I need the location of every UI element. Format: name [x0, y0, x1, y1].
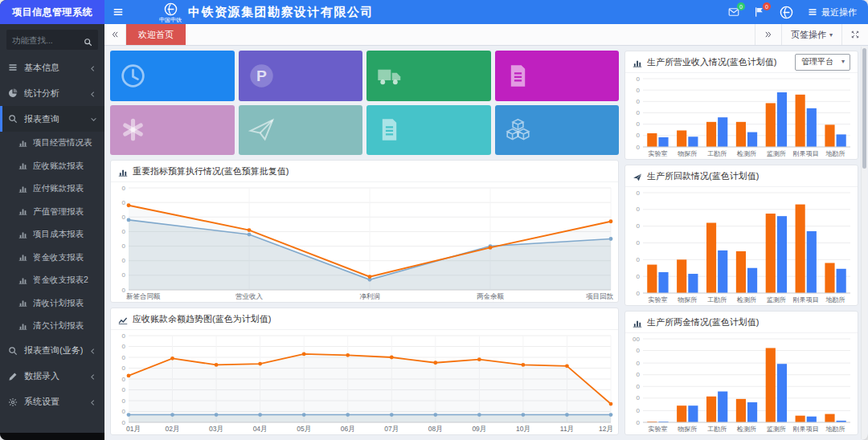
kpi-tile[interactable]: 本年度产值: [495, 51, 620, 101]
scroll-tabs-right-button[interactable]: [755, 24, 781, 45]
svg-text:检测所: 检测所: [736, 426, 756, 433]
repayment-by-unit-chart: 0000000实验室物探所工勘所检测所监测所刚果项目地勘所: [625, 187, 858, 305]
two-funds-by-unit-chart: 000000000实验室物探所工勘所检测所监测所刚果项目地勘所: [625, 333, 858, 434]
kpi-tile[interactable]: 数据截止时间(单位：万元): [110, 51, 235, 101]
sidebar-menu: 基本信息统计分析报表查询项目经营情况表应收账款报表应付账款报表产值管理报表项目成…: [0, 55, 104, 433]
search-icon: [8, 114, 18, 124]
kpi-tile[interactable]: P在建项目:已完工项目: [239, 51, 363, 101]
bar-chart-icon: [18, 299, 27, 308]
sidebar-subitem-label: 项目经营情况表: [33, 137, 92, 149]
sidebar-subitem[interactable]: 应付账款报表: [0, 177, 104, 201]
sidebar-item[interactable]: 统计分析: [0, 80, 104, 106]
svg-text:0: 0: [637, 290, 641, 297]
panel-title: 生产所回款情况(蓝色计划值): [647, 170, 759, 182]
emblem-button[interactable]: [780, 6, 793, 19]
sidebar-subitem-label: 应收账款报表: [33, 161, 84, 172]
sidebar-item-label: 统计分析: [24, 88, 59, 100]
hamburger-menu-icon[interactable]: [113, 6, 124, 18]
svg-text:P: P: [256, 67, 267, 84]
unit-select-dropdown[interactable]: 管理平台 ▾: [795, 54, 850, 71]
revenue-by-unit-chart: 0000000实验室物探所工勘所检测所监测所刚果项目地勘所: [625, 73, 858, 159]
svg-text:地勘所: 地勘所: [825, 426, 845, 433]
kpi-tile[interactable]: 本年净利润: [239, 105, 363, 156]
sidebar-item[interactable]: 数据录入: [0, 364, 104, 389]
svg-text:检测所: 检测所: [736, 150, 756, 157]
sidebar-subitem-label: 产值管理报表: [33, 206, 84, 218]
sidebar-subitem[interactable]: 资金收支报表2: [0, 269, 104, 292]
svg-text:实验室: 实验室: [648, 426, 667, 433]
kpi-tile-label: 本年净利润: [282, 124, 325, 135]
recent-operations-button[interactable]: 最近操作: [808, 6, 857, 18]
svg-text:0: 0: [122, 386, 126, 393]
svg-text:0: 0: [122, 343, 126, 350]
sidebar-subitem[interactable]: 应收账款报表: [0, 155, 104, 178]
bar-chart-icon: [18, 161, 27, 170]
search-input[interactable]: [12, 35, 84, 45]
chevron-left-icon: [89, 347, 96, 354]
kpi-tile-label: 数据截止时间(单位：万元): [154, 65, 228, 86]
svg-text:0: 0: [122, 397, 126, 405]
tab-home[interactable]: 欢迎首页: [126, 24, 186, 45]
bar-chart-icon: [18, 253, 27, 262]
sidebar-subitem[interactable]: 项目成本报表: [0, 223, 104, 246]
sidebar-item-label: 系统设置: [24, 396, 59, 408]
dashboard-content: 数据截止时间(单位：万元)P在建项目:已完工项目本年度新签合同额本年度产值本年度…: [104, 46, 868, 440]
sidebar-item-label: 报表查询(业务): [24, 344, 83, 356]
caret-down-icon: ▾: [841, 58, 845, 65]
sidebar-subitem[interactable]: 项目经营情况表: [0, 132, 104, 155]
sidebar-subitem[interactable]: 清收计划报表: [0, 292, 104, 316]
unit-select-value: 管理平台: [801, 56, 833, 67]
scroll-tabs-left-button[interactable]: [104, 24, 126, 45]
kpi-tile-label: 两金余额 (应收账款和存货): [410, 120, 485, 141]
line-chart-icon: [118, 314, 128, 324]
bar-chart-icon: [18, 207, 27, 216]
svg-text:02月: 02月: [166, 425, 180, 433]
mail-button[interactable]: 0: [728, 6, 739, 18]
svg-text:营业收入: 营业收入: [235, 292, 264, 300]
svg-text:0: 0: [122, 228, 126, 235]
svg-text:0: 0: [122, 257, 126, 264]
search-icon: [8, 346, 18, 356]
tab-operations-dropdown[interactable]: 页签操作 ▾: [781, 24, 841, 45]
sidebar-item[interactable]: 系统设置: [0, 389, 104, 415]
svg-text:0: 0: [637, 360, 641, 367]
kpi-tile-label: 本年度新签合同额: [410, 71, 477, 81]
panel-budget-execution: 重要指标预算执行情况(蓝色预算批复值) 00000000新签合同额营业收入净利润…: [110, 160, 619, 303]
kpi-tile[interactable]: 本年度营业收入: [110, 105, 235, 156]
svg-text:0: 0: [637, 256, 641, 263]
sidebar-subitem[interactable]: 资金收支报表: [0, 246, 104, 270]
svg-text:监测所: 监测所: [767, 426, 786, 433]
kpi-tile[interactable]: 本年度新签合同额: [366, 51, 491, 101]
flag-button[interactable]: 0: [754, 6, 765, 18]
panel-title: 生产所营业收入情况(蓝色计划值): [647, 56, 776, 68]
sidebar-item[interactable]: 报表查询(业务): [0, 338, 104, 364]
scrollbar-thumb[interactable]: [862, 48, 866, 169]
sidebar-subitem[interactable]: 清欠计划报表: [0, 315, 104, 338]
document-icon: [505, 63, 531, 89]
panel-revenue-by-unit: 生产所营业收入情况(蓝色计划值) 管理平台 ▾ 0000000实验室物探所工勘所…: [624, 51, 858, 160]
sidebar-item[interactable]: 基本信息: [0, 55, 104, 80]
bar-chart-icon: [18, 276, 27, 285]
svg-text:刚果项目: 刚果项目: [793, 150, 819, 157]
svg-text:0: 0: [637, 273, 641, 280]
svg-text:监测所: 监测所: [767, 150, 786, 157]
kpi-tile-label: 在建项目:已完工项目: [282, 65, 357, 86]
kpi-tile[interactable]: 两金余额 (应收账款和存货): [366, 105, 491, 156]
tab-operations-label: 页签操作: [791, 29, 826, 41]
kpi-tile[interactable]: 经营净现金流: [495, 105, 620, 156]
svg-text:01月: 01月: [126, 425, 141, 433]
pie-chart-icon: [8, 88, 18, 98]
page-scrollbar[interactable]: [861, 47, 867, 439]
panel-two-funds-by-unit: 生产所两金情况(蓝色计划值) 000000000实验室物探所工勘所检测所监测所刚…: [624, 311, 858, 435]
sidebar-subitem-label: 清收计划报表: [33, 298, 84, 309]
sidebar-subitem[interactable]: 产值管理报表: [0, 201, 104, 224]
bar-chart-icon: [118, 166, 128, 176]
sidebar-item[interactable]: 报表查询: [0, 106, 104, 132]
company-title: 中铁资源集团勘察设计有限公司: [188, 5, 374, 20]
search-icon[interactable]: [84, 35, 92, 44]
svg-text:03月: 03月: [209, 425, 223, 433]
fullscreen-button[interactable]: [841, 24, 868, 45]
gear-icon: [8, 397, 18, 407]
svg-text:06月: 06月: [341, 425, 355, 433]
emblem-icon: [164, 2, 178, 16]
